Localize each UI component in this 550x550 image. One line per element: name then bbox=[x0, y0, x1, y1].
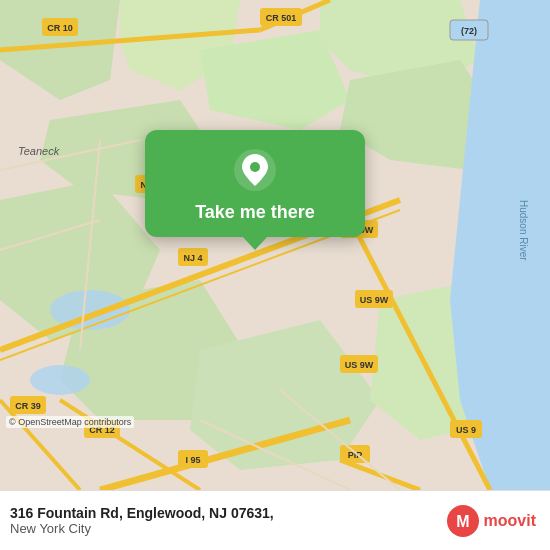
svg-text:US 9W: US 9W bbox=[360, 295, 389, 305]
moovit-text: moovit bbox=[484, 512, 536, 530]
svg-text:I 95: I 95 bbox=[185, 455, 200, 465]
address-line1: 316 Fountain Rd, Englewood, NJ 07631, bbox=[10, 505, 274, 521]
svg-text:Hudson River: Hudson River bbox=[518, 200, 529, 261]
svg-text:CR 501: CR 501 bbox=[266, 13, 297, 23]
moovit-icon: M bbox=[447, 505, 479, 537]
svg-text:NJ 4: NJ 4 bbox=[183, 253, 202, 263]
attribution-text: © OpenStreetMap contributors bbox=[9, 417, 131, 427]
address-block: 316 Fountain Rd, Englewood, NJ 07631, Ne… bbox=[10, 505, 274, 536]
svg-text:(72): (72) bbox=[461, 26, 477, 36]
svg-text:CR 10: CR 10 bbox=[47, 23, 73, 33]
bottom-bar: 316 Fountain Rd, Englewood, NJ 07631, Ne… bbox=[0, 490, 550, 550]
take-me-there-button[interactable]: Take me there bbox=[195, 202, 315, 223]
svg-text:US 9: US 9 bbox=[456, 425, 476, 435]
svg-text:CR 39: CR 39 bbox=[15, 401, 41, 411]
svg-point-57 bbox=[250, 162, 260, 172]
osm-attribution: © OpenStreetMap contributors bbox=[6, 416, 134, 428]
location-pin-icon bbox=[233, 148, 277, 192]
svg-text:Teaneck: Teaneck bbox=[18, 145, 60, 157]
popup-card[interactable]: Take me there bbox=[145, 130, 365, 237]
moovit-logo[interactable]: M moovit bbox=[447, 505, 536, 537]
address-line2: New York City bbox=[10, 521, 274, 536]
svg-text:M: M bbox=[456, 513, 469, 530]
svg-text:US 9W: US 9W bbox=[345, 360, 374, 370]
map-container: CR 10 CR 501 NJ 4 NJ 4 US 9W US 9W US 9W… bbox=[0, 0, 550, 490]
svg-point-13 bbox=[30, 365, 90, 395]
